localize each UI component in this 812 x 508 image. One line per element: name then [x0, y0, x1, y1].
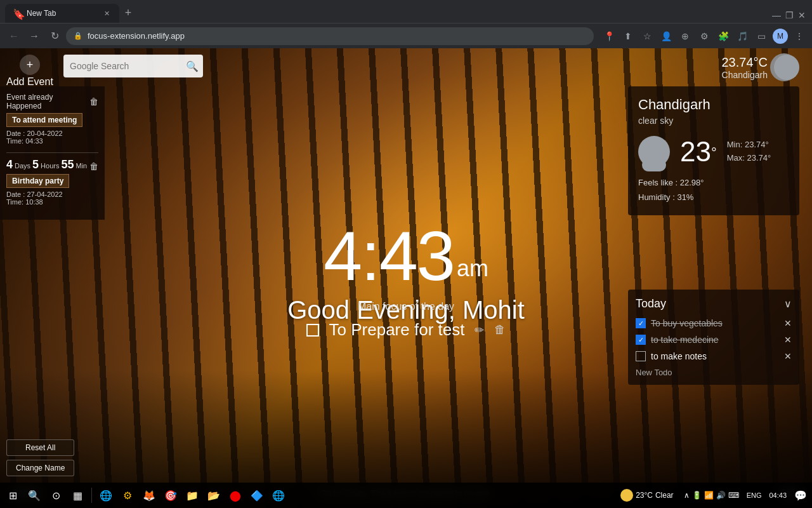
- location-icon[interactable]: 📍: [601, 29, 617, 44]
- taskbar: ⊞ 🔍 ⊙ ▦ 🌐 ⚙ 🦊 🎯 📁 📂 ⬤ 🔷 🌐 23°C Clear ∧ 🔋…: [0, 483, 812, 508]
- taskbar-system-icons[interactable]: ∧ 🔋 📶 🔊 ⌨: [681, 490, 742, 501]
- search-container: 🔍: [63, 55, 203, 77]
- taskbar-time-display[interactable]: 04:43: [766, 489, 789, 502]
- active-tab[interactable]: 🔖 New Tab ✕: [5, 4, 119, 23]
- new-todo-button[interactable]: New Todo: [636, 368, 792, 377]
- todo-checkbox-3[interactable]: [636, 351, 646, 361]
- taskbar-weather-icon: [620, 489, 633, 502]
- event-2-delete-button[interactable]: 🗑: [89, 161, 98, 171]
- extension-icon-2[interactable]: 🎵: [735, 29, 750, 44]
- taskbar-weather-condition: Clear: [655, 491, 674, 500]
- address-bar[interactable]: 🔒 focus-extension.netlify.app: [66, 27, 594, 45]
- taskbar-widgets[interactable]: ▦: [67, 485, 88, 505]
- new-tab-button[interactable]: +: [119, 4, 137, 22]
- taskbar-windows-button[interactable]: ⊞: [3, 485, 23, 505]
- taskbar-app2[interactable]: 🎯: [160, 485, 181, 505]
- todo-checkbox-1[interactable]: ✓: [636, 318, 646, 328]
- todo-title: Today: [636, 297, 666, 311]
- event-1-delete-button[interactable]: 🗑: [89, 97, 98, 107]
- taskbar-right: 23°C Clear ∧ 🔋 📶 🔊 ⌨ ENG 04:43 💬: [615, 486, 809, 504]
- close-window-icon[interactable]: ✕: [797, 10, 807, 20]
- focus-delete-button[interactable]: 🗑: [494, 323, 506, 337]
- taskbar-language[interactable]: ENG: [744, 490, 764, 500]
- checkmark-icon-2: ✓: [638, 336, 644, 344]
- tab-bar-controls: — ❐ ✕: [771, 10, 807, 23]
- event-item-1: Event already Happened 🗑 To attend meeti…: [6, 93, 98, 145]
- todo-panel: Today ∨ ✓ To buy vegetables ✕ ✓ to take …: [628, 290, 799, 385]
- minimize-icon[interactable]: —: [771, 10, 782, 20]
- url-display: focus-extension.netlify.app: [88, 31, 586, 41]
- search-icon[interactable]: 🔍: [186, 60, 199, 72]
- taskbar-app6[interactable]: 🔷: [247, 485, 267, 505]
- taskbar-separator: [91, 488, 92, 503]
- page-content: + Add Event 🔍 23.74°C Chandigarh Event a…: [0, 48, 812, 508]
- bookmark-icon[interactable]: ☆: [639, 29, 655, 44]
- todo-remove-2-button[interactable]: ✕: [784, 335, 792, 345]
- language-display: ENG: [747, 491, 762, 499]
- sidebar-icon[interactable]: ▭: [754, 29, 769, 44]
- weather-cloud-icon: [638, 136, 670, 168]
- refresh-button[interactable]: ↻: [46, 27, 63, 45]
- event-item-2: 4 Days 5 Hours 55 Min 🗑 Birthday party D…: [6, 158, 98, 206]
- search-input[interactable]: [70, 61, 181, 71]
- todo-text-2: to take medecine: [651, 335, 779, 345]
- menu-icon[interactable]: ⋮: [792, 29, 807, 44]
- taskbar-app1[interactable]: 🦊: [139, 485, 159, 505]
- events-panel: Event already Happened 🗑 To attend meeti…: [0, 86, 105, 220]
- taskbar-edge2[interactable]: 🌐: [268, 485, 289, 505]
- back-button[interactable]: ←: [5, 27, 23, 45]
- settings-icon[interactable]: ⚙: [697, 29, 712, 44]
- event-2-tag: Birthday party: [6, 174, 69, 188]
- todo-chevron-icon[interactable]: ∨: [784, 298, 792, 310]
- weather-temp-top: 23.74°C: [722, 55, 768, 70]
- taskbar-search-button[interactable]: 🔍: [24, 485, 44, 505]
- todo-item-1: ✓ To buy vegetables ✕: [636, 318, 792, 328]
- toolbar-right: 📍 ⬆ ☆ 👤 ⊕ ⚙ 🧩 🎵 ▭ M ⋮: [601, 29, 807, 44]
- notification-icon[interactable]: 💬: [792, 486, 809, 504]
- maximize-icon[interactable]: ❐: [784, 10, 794, 20]
- taskbar-app5[interactable]: ⬤: [225, 485, 246, 505]
- share-icon[interactable]: ⬆: [620, 29, 636, 44]
- up-arrow-icon: ∧: [684, 491, 690, 500]
- todo-checkbox-2[interactable]: ✓: [636, 335, 646, 345]
- weather-description: clear sky: [638, 116, 789, 126]
- bottom-left-buttons: Reset All Change Name: [6, 439, 74, 476]
- focus-label: Main focus of the day: [247, 301, 565, 312]
- reset-all-button[interactable]: Reset All: [6, 439, 74, 456]
- battery-icon: 🔋: [692, 491, 702, 500]
- weather-min: Min: 23.74°: [727, 138, 771, 152]
- toolbar: ← → ↻ 🔒 focus-extension.netlify.app 📍 ⬆ …: [0, 23, 812, 48]
- extension-icon-1[interactable]: 🧩: [716, 29, 731, 44]
- user-avatar[interactable]: M: [773, 29, 788, 44]
- taskbar-weather[interactable]: 23°C Clear: [615, 488, 679, 503]
- weather-temp-unit: °: [711, 145, 717, 161]
- taskbar-app4[interactable]: 📂: [204, 485, 224, 505]
- taskbar-task-view[interactable]: ⊙: [46, 485, 66, 505]
- event-1-tag: To attend meeting: [6, 113, 82, 127]
- search-bar[interactable]: 🔍: [63, 55, 203, 77]
- todo-remove-3-button[interactable]: ✕: [784, 351, 792, 361]
- volume-icon: 🔊: [716, 491, 726, 500]
- weather-detail-panel: Chandigarh clear sky 23° Min: 23.74° Max…: [628, 86, 799, 215]
- focus-edit-button[interactable]: ✏: [475, 323, 484, 337]
- todo-remove-1-button[interactable]: ✕: [784, 318, 792, 328]
- weather-temp-section: 23°: [680, 136, 717, 168]
- todo-text-1: To buy vegetables: [651, 318, 779, 328]
- tab-close-button[interactable]: ✕: [102, 8, 112, 18]
- countdown-days-num: 4: [6, 158, 13, 171]
- countdown-days-label: Days: [15, 162, 30, 170]
- taskbar-app3[interactable]: 📁: [182, 485, 202, 505]
- forward-button[interactable]: →: [25, 27, 43, 45]
- change-name-button[interactable]: Change Name: [6, 460, 74, 476]
- profile-icon-2[interactable]: ⊕: [678, 29, 693, 44]
- weather-moon-icon: [774, 55, 799, 80]
- taskbar-chrome-icon[interactable]: ⚙: [117, 485, 138, 505]
- todo-item-2: ✓ to take medecine ✕: [636, 335, 792, 345]
- clock-display: 4:43am: [287, 221, 525, 291]
- focus-checkbox[interactable]: [306, 324, 319, 337]
- taskbar-edge-icon[interactable]: 🌐: [96, 485, 116, 505]
- profile-icon-1[interactable]: 👤: [658, 29, 674, 44]
- add-event-button[interactable]: + Add Event: [6, 55, 53, 88]
- event-1-time: Time: 04:33: [6, 137, 98, 145]
- todo-text-3: to make notes: [651, 351, 779, 361]
